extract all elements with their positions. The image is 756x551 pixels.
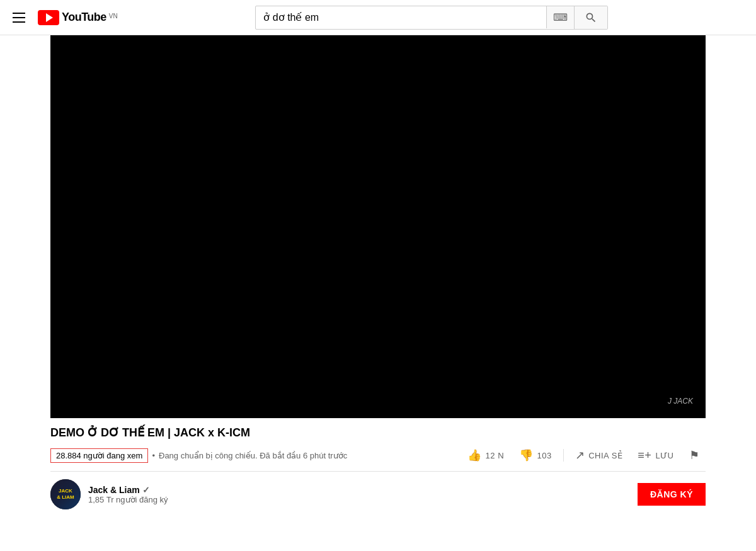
youtube-country: VN bbox=[109, 13, 118, 20]
thumbs-up-icon: 👍 bbox=[467, 448, 482, 462]
search-button[interactable] bbox=[574, 6, 607, 29]
avatar-inner: JACK& LIAM bbox=[50, 479, 81, 509]
subscribe-button[interactable]: ĐĂNG KÝ bbox=[638, 483, 706, 506]
youtube-play-icon bbox=[38, 10, 59, 25]
like-count: 12 N bbox=[486, 451, 504, 460]
main-content: J JACK DEMO Ở DƠ THẾ EM | JACK x K-ICM 2… bbox=[0, 35, 756, 517]
video-info: DEMO Ở DƠ THẾ EM | JACK x K-ICM 28.884 n… bbox=[50, 418, 706, 517]
video-meta-row: 28.884 người đang xem • Đang chuẩn bị cô… bbox=[50, 445, 706, 472]
dislike-count: 103 bbox=[537, 451, 552, 460]
channel-avatar[interactable]: JACK& LIAM bbox=[50, 479, 81, 509]
youtube-wordmark: YouTube bbox=[62, 11, 106, 24]
flag-button[interactable]: ⚑ bbox=[683, 445, 706, 466]
video-player[interactable]: J JACK bbox=[50, 35, 706, 418]
youtube-logo[interactable]: YouTubeVN bbox=[38, 10, 118, 25]
action-divider bbox=[563, 449, 564, 462]
avatar-text: JACK& LIAM bbox=[57, 488, 74, 500]
thumbs-down-icon: 👎 bbox=[519, 448, 534, 462]
search-input[interactable] bbox=[256, 7, 546, 28]
video-actions: 👍 12 N 👎 103 ↗ CHIA SẺ ≡+ LƯU bbox=[461, 445, 706, 466]
header-center: ⌨ bbox=[118, 6, 746, 30]
channel-name[interactable]: Jack & Liam ✓ bbox=[88, 485, 168, 495]
channel-info: Jack & Liam ✓ 1,85 Tr người đăng ký bbox=[88, 485, 168, 504]
save-button[interactable]: ≡+ LƯU bbox=[631, 445, 680, 466]
search-bar: ⌨ bbox=[255, 6, 608, 30]
channel-row: JACK& LIAM Jack & Liam ✓ 1,85 Tr người đ… bbox=[50, 472, 706, 517]
video-status: Đang chuẩn bị công chiếu. Đã bắt đầu 6 p… bbox=[159, 451, 347, 460]
video-title: DEMO Ở DƠ THẾ EM | JACK x K-ICM bbox=[50, 426, 706, 440]
video-meta-left: 28.884 người đang xem • Đang chuẩn bị cô… bbox=[50, 448, 347, 463]
video-watermark: J JACK bbox=[668, 397, 693, 406]
dislike-button[interactable]: 👎 103 bbox=[513, 445, 558, 466]
share-icon: ↗ bbox=[575, 448, 585, 462]
viewer-count: 28.884 người đang xem bbox=[50, 448, 148, 463]
header: YouTubeVN ⌨ bbox=[0, 0, 756, 35]
save-label: LƯU bbox=[655, 451, 673, 460]
verified-icon: ✓ bbox=[142, 485, 150, 495]
share-label: CHIA SẺ bbox=[588, 451, 622, 460]
hamburger-menu-icon[interactable] bbox=[10, 10, 28, 25]
keyboard-button[interactable]: ⌨ bbox=[546, 6, 574, 28]
like-button[interactable]: 👍 12 N bbox=[461, 445, 510, 466]
share-button[interactable]: ↗ CHIA SẺ bbox=[569, 445, 629, 466]
flag-icon: ⚑ bbox=[689, 448, 700, 462]
save-icon: ≡+ bbox=[638, 449, 651, 462]
header-left: YouTubeVN bbox=[10, 10, 118, 25]
channel-left: JACK& LIAM Jack & Liam ✓ 1,85 Tr người đ… bbox=[50, 479, 168, 509]
channel-subscribers: 1,85 Tr người đăng ký bbox=[88, 495, 168, 504]
keyboard-icon: ⌨ bbox=[553, 11, 568, 23]
search-icon bbox=[585, 11, 597, 24]
